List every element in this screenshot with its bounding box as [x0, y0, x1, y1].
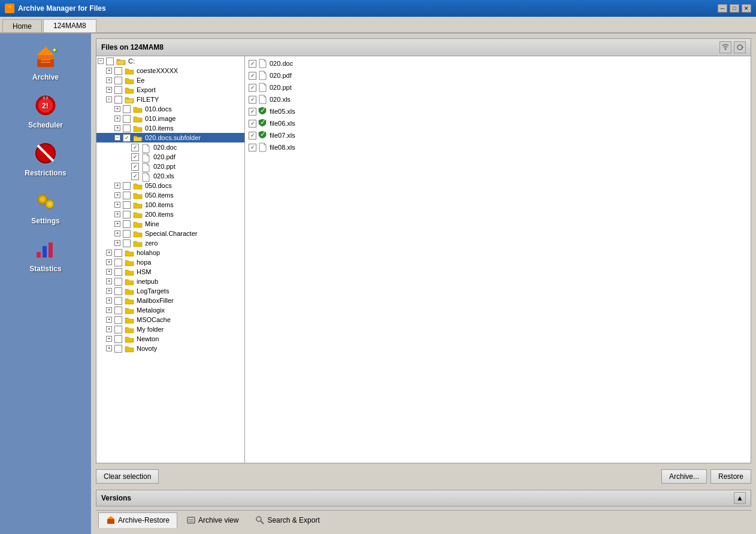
expand-icon[interactable]: +	[105, 335, 113, 343]
tree-node-metalogix[interactable]: +Metalogix	[96, 305, 244, 315]
tree-node-holahop[interactable]: +holahop	[96, 248, 244, 257]
tree-checkbox[interactable]	[114, 335, 122, 343]
expand-icon[interactable]: +	[105, 66, 113, 75]
expand-icon[interactable]: +	[105, 277, 113, 286]
tree-node-c[interactable]: −C:	[96, 56, 244, 66]
tree-node-020pdf[interactable]: 020.pdf	[96, 152, 244, 162]
archive-button[interactable]: Archive...	[661, 469, 707, 484]
tree-scroll-area[interactable]: −C:+coesteXXXXX+Ee+Export−FILETY+010.doc…	[96, 56, 244, 463]
tree-checkbox[interactable]	[123, 220, 131, 228]
tree-checkbox[interactable]	[123, 230, 131, 238]
expand-icon[interactable]: +	[113, 105, 122, 113]
expand-icon[interactable]: +	[105, 76, 113, 84]
file-checkbox[interactable]	[249, 108, 256, 116]
tree-node-010docs[interactable]: +010.docs	[96, 104, 244, 114]
expand-icon[interactable]: +	[113, 210, 122, 219]
file-checkbox[interactable]	[249, 120, 256, 128]
tree-node-zero[interactable]: +zero	[96, 238, 244, 248]
tree-node-100items[interactable]: +100.items	[96, 200, 244, 210]
expand-icon[interactable]: +	[113, 201, 122, 209]
expand-icon[interactable]: +	[105, 268, 113, 276]
file-item-f020doc[interactable]: 020.doc	[246, 57, 749, 69]
tree-checkbox[interactable]	[114, 268, 122, 276]
tree-checkbox[interactable]	[114, 326, 122, 333]
tree-node-coestexxxxx[interactable]: +coesteXXXXX	[96, 66, 244, 75]
file-checkbox[interactable]	[249, 96, 256, 104]
tree-node-export[interactable]: +Export	[96, 85, 244, 95]
tree-checkbox[interactable]	[114, 77, 122, 84]
versions-up-button[interactable]: ▲	[734, 492, 746, 504]
tree-checkbox[interactable]	[114, 249, 122, 257]
tree-checkbox[interactable]	[123, 211, 131, 219]
tree-checkbox[interactable]	[131, 163, 139, 171]
tree-node-specialchar[interactable]: +Special.Character	[96, 229, 244, 238]
tree-node-020xls[interactable]: 020.xls	[96, 171, 244, 181]
tree-node-050items[interactable]: +050.items	[96, 190, 244, 200]
tab-archive-restore[interactable]: Archive-Restore	[98, 512, 177, 528]
tree-checkbox[interactable]	[123, 239, 131, 247]
expand-icon[interactable]: +	[113, 181, 122, 190]
tree-node-inetpub[interactable]: +inetpub	[96, 277, 244, 286]
maximize-button[interactable]: □	[730, 4, 739, 13]
file-checkbox[interactable]	[249, 132, 256, 139]
expand-icon[interactable]: +	[105, 306, 113, 314]
file-item-ffile06[interactable]: ✓file06.xls	[246, 117, 749, 129]
file-item-ffile07[interactable]: ✓file07.xls	[246, 129, 749, 141]
file-checkbox[interactable]	[249, 60, 256, 68]
expand-icon[interactable]: +	[113, 239, 122, 247]
tree-checkbox[interactable]	[114, 278, 122, 286]
expand-icon[interactable]: +	[105, 248, 113, 257]
tree-node-filety[interactable]: −FILETY	[96, 95, 244, 104]
file-checkbox[interactable]	[249, 72, 256, 80]
tree-node-mine[interactable]: +Mine	[96, 219, 244, 229]
sidebar-item-statistics[interactable]: Statistics	[0, 230, 91, 278]
tree-checkbox[interactable]	[131, 153, 139, 161]
file-item-f020pdf[interactable]: 020.pdf	[246, 69, 749, 81]
expand-icon[interactable]: +	[105, 86, 113, 94]
expand-icon[interactable]: +	[113, 124, 122, 132]
tree-checkbox[interactable]	[114, 297, 122, 305]
tree-node-logtargets[interactable]: +LogTargets	[96, 286, 244, 296]
tree-node-hopa[interactable]: +hopa	[96, 257, 244, 267]
clear-selection-button[interactable]: Clear selection	[96, 469, 159, 484]
tree-node-010image[interactable]: +010.image	[96, 114, 244, 123]
tree-checkbox[interactable]	[114, 86, 122, 94]
tree-node-novoty[interactable]: +Novoty	[96, 344, 244, 353]
file-item-f020xls[interactable]: 020.xls	[246, 93, 749, 105]
expand-icon[interactable]: +	[105, 258, 113, 266]
expand-icon[interactable]: +	[105, 344, 113, 353]
file-item-ffile05[interactable]: ✓file05.xls	[246, 105, 749, 117]
reload-button[interactable]	[734, 41, 746, 53]
tree-node-020ppt[interactable]: 020.ppt	[96, 162, 244, 171]
minimize-button[interactable]: ─	[718, 4, 727, 13]
tree-node-010items[interactable]: +010.items	[96, 123, 244, 133]
tree-checkbox[interactable]	[131, 144, 139, 151]
tree-node-myfolder[interactable]: +My folder	[96, 324, 244, 334]
tree-checkbox[interactable]	[131, 172, 139, 180]
expand-icon[interactable]: +	[105, 296, 113, 305]
close-button[interactable]: ✕	[742, 4, 751, 13]
file-item-ffile08[interactable]: file08.xls	[246, 141, 749, 153]
file-checkbox[interactable]	[249, 84, 256, 92]
sidebar-item-archive[interactable]: ✦ Archive	[0, 38, 91, 86]
tree-node-200items[interactable]: +200.items	[96, 210, 244, 219]
expand-icon[interactable]: +	[105, 315, 113, 324]
expand-icon[interactable]: +	[113, 220, 122, 228]
tree-checkbox[interactable]	[114, 345, 122, 353]
tab-archive-view[interactable]: Archive view	[179, 512, 246, 528]
expand-icon[interactable]: −	[96, 57, 105, 65]
tree-node-020doc[interactable]: 020.doc	[96, 142, 244, 152]
tree-node-mailboxfiller[interactable]: +MailboxFiller	[96, 296, 244, 305]
tree-node-020docssubfolder[interactable]: −020.docs.subfolder	[96, 133, 244, 142]
file-checkbox[interactable]	[249, 144, 256, 151]
expand-icon[interactable]: +	[113, 191, 122, 199]
tree-checkbox[interactable]	[114, 67, 122, 75]
tab-home[interactable]: Home	[2, 19, 42, 32]
restore-button[interactable]: Restore	[710, 469, 751, 484]
sidebar-item-restrictions[interactable]: Restrictions	[0, 134, 91, 182]
tree-checkbox[interactable]	[114, 316, 122, 324]
tree-node-msocache[interactable]: +MSOCache	[96, 315, 244, 324]
expand-icon[interactable]: +	[113, 229, 122, 238]
tree-checkbox[interactable]	[123, 105, 131, 113]
tree-checkbox[interactable]	[123, 115, 131, 123]
